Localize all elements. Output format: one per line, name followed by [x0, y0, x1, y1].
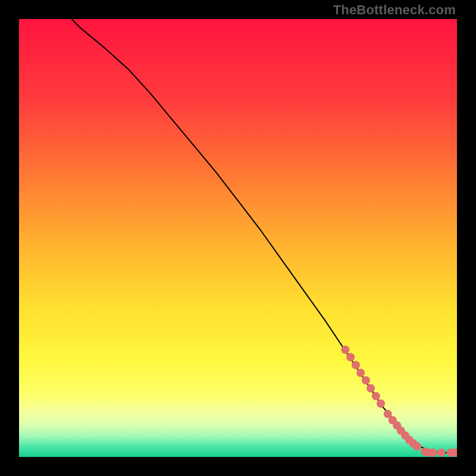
watermark-text: TheBottleneck.com — [333, 2, 456, 18]
data-marker — [437, 449, 446, 457]
curve-layer — [19, 19, 457, 457]
data-marker — [372, 392, 380, 400]
data-marker — [367, 384, 375, 392]
marker-group — [341, 346, 457, 457]
data-marker — [352, 361, 360, 369]
data-marker — [377, 399, 385, 408]
chart-frame: TheBottleneck.com — [0, 0, 476, 476]
data-marker — [362, 376, 370, 384]
data-marker — [346, 353, 355, 361]
bottleneck-curve — [71, 19, 457, 453]
data-marker — [356, 369, 365, 377]
data-marker — [341, 346, 349, 354]
plot-area — [19, 19, 457, 457]
data-marker — [413, 442, 421, 450]
data-marker — [429, 449, 437, 457]
